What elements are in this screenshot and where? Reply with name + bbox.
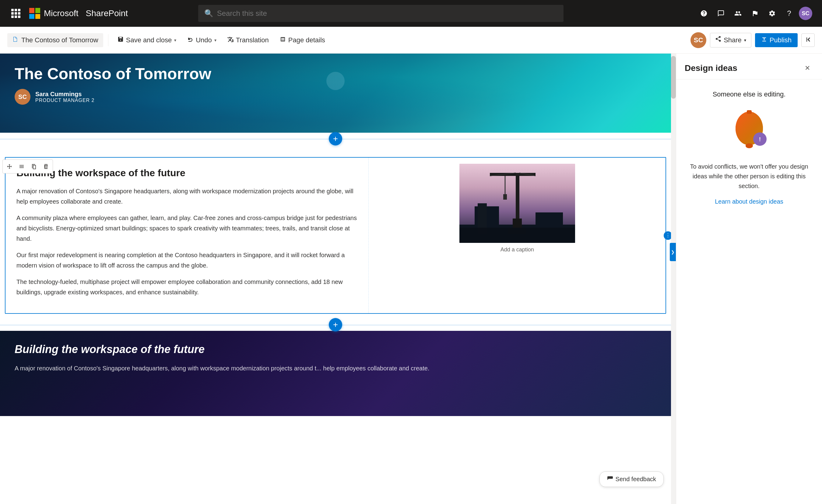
article-para-2: A community plaza where employees can ga… xyxy=(16,213,357,244)
save-icon xyxy=(117,36,124,44)
bell-illustration: ! xyxy=(725,106,774,154)
top-navigation: Microsoft SharePoint 🔍 ? SC xyxy=(0,0,822,27)
hero-author: SC Sara Cummings PRODUCT MANAGER 2 xyxy=(15,89,657,105)
collapse-icon xyxy=(805,36,811,44)
svg-rect-17 xyxy=(747,110,752,114)
share-chevron: ▾ xyxy=(744,38,746,43)
hero-content: The Contoso of Tomorrow SC Sara Cummings… xyxy=(0,54,671,116)
main-content-area: The Contoso of Tomorrow SC Sara Cummings… xyxy=(0,54,822,504)
nav-icon-group: ? SC xyxy=(697,6,812,21)
design-ideas-panel: Design ideas ✕ Someone else is editing. xyxy=(676,54,822,504)
microsoft-logo[interactable]: Microsoft xyxy=(29,8,78,19)
page-tab-label: The Contoso of Tomorrow xyxy=(21,36,98,44)
add-section-button-2[interactable]: + xyxy=(0,319,671,331)
page-details-label: Page details xyxy=(288,36,325,44)
article-heading: Building the workspace of the future xyxy=(16,167,357,179)
waffle-icon xyxy=(11,9,20,18)
adjust-section-button[interactable] xyxy=(16,161,27,172)
share-icon xyxy=(715,36,721,44)
question-icon: ? xyxy=(787,9,791,18)
help-question-button[interactable]: ? xyxy=(782,6,796,21)
dark-section: Building the workspace of the future A m… xyxy=(0,331,671,416)
delete-section-button[interactable] xyxy=(40,161,51,172)
move-section-button[interactable] xyxy=(4,161,15,172)
editing-notice: Someone else is editing. xyxy=(713,90,786,98)
image-column: Add a caption xyxy=(368,158,666,313)
author-avatar-toolbar: SC xyxy=(691,32,706,48)
author-avatar: SC xyxy=(15,89,30,105)
panel-header: Design ideas ✕ xyxy=(676,54,822,79)
add-circle-btn[interactable]: + xyxy=(329,132,342,145)
chat-icon-button[interactable] xyxy=(714,6,728,21)
add-section-button[interactable]: + xyxy=(0,133,671,145)
panel-close-button[interactable]: ✕ xyxy=(801,62,813,74)
article-para-3: Our first major redevelopment is nearing… xyxy=(16,250,357,271)
section-controls xyxy=(2,159,53,173)
people-icon-button[interactable] xyxy=(731,6,745,21)
sharepoint-text: SharePoint xyxy=(86,9,128,18)
translate-icon xyxy=(228,36,234,44)
microsoft-text: Microsoft xyxy=(44,9,78,18)
page-details-button[interactable]: Page details xyxy=(276,33,329,47)
search-bar[interactable]: 🔍 xyxy=(198,5,563,22)
user-avatar[interactable]: SC xyxy=(799,7,812,20)
panel-toggle-tab[interactable]: ❯ xyxy=(670,243,676,261)
avatar-initials: SC xyxy=(802,10,809,17)
publish-icon xyxy=(761,36,767,44)
plus-icon-2: + xyxy=(333,320,338,330)
save-close-label: Save and close xyxy=(126,36,172,44)
author-role: PRODUCT MANAGER 2 xyxy=(35,98,95,103)
author-name: Sara Cummings xyxy=(35,91,95,98)
flag-icon-button[interactable] xyxy=(748,6,762,21)
page-canvas[interactable]: The Contoso of Tomorrow SC Sara Cummings… xyxy=(0,54,671,504)
canvas-scrollbar[interactable] xyxy=(671,54,676,504)
svg-text:!: ! xyxy=(759,136,761,142)
help-icon-button[interactable] xyxy=(697,6,711,21)
search-input[interactable] xyxy=(217,9,557,18)
hero-section: The Contoso of Tomorrow SC Sara Cummings… xyxy=(0,54,671,133)
publish-button[interactable]: Publish xyxy=(755,33,798,47)
hero-title: The Contoso of Tomorrow xyxy=(15,64,657,83)
page-details-icon xyxy=(280,36,286,44)
bell-svg: ! xyxy=(728,106,771,154)
search-icon: 🔍 xyxy=(204,9,214,18)
image-caption[interactable]: Add a caption xyxy=(500,246,534,253)
content-section: ⋮ Building the workspace of the future A… xyxy=(0,157,671,314)
learn-ideas-link[interactable]: Learn about design ideas xyxy=(715,198,783,205)
svg-rect-6 xyxy=(503,194,507,200)
separator-1 xyxy=(108,34,108,46)
scrollbar-thumb[interactable] xyxy=(671,56,676,99)
toolbar-right-group: SC Share ▾ Publish xyxy=(691,32,815,48)
dark-section-text: A major renovation of Contoso's Singapor… xyxy=(15,363,657,374)
svg-rect-14 xyxy=(459,228,575,243)
add-circle-btn-2[interactable]: + xyxy=(329,318,342,332)
share-button[interactable]: Share ▾ xyxy=(710,33,751,47)
panel-toggle-icon: ❯ xyxy=(671,249,675,255)
main-inner: The Contoso of Tomorrow SC Sara Cummings… xyxy=(0,54,822,504)
feedback-icon xyxy=(607,475,613,483)
article-para-4: The technology-fueled, multiphase projec… xyxy=(16,277,357,297)
panel-title: Design ideas xyxy=(685,63,737,73)
page-icon xyxy=(12,36,18,44)
svg-point-18 xyxy=(746,143,753,148)
collapse-button[interactable] xyxy=(801,33,815,47)
save-close-button[interactable]: Save and close ▾ xyxy=(113,33,180,47)
undo-icon xyxy=(187,36,193,44)
translation-label: Translation xyxy=(236,36,269,44)
copy-section-button[interactable] xyxy=(28,161,39,172)
waffle-menu-button[interactable] xyxy=(10,7,22,19)
settings-icon-button[interactable] xyxy=(765,6,779,21)
undo-button[interactable]: Undo ▾ xyxy=(183,33,221,47)
feedback-label: Send feedback xyxy=(615,476,656,483)
page-tab[interactable]: The Contoso of Tomorrow xyxy=(7,33,103,47)
publish-label: Publish xyxy=(770,36,792,44)
translation-button[interactable]: Translation xyxy=(223,33,273,47)
send-feedback-button[interactable]: Send feedback xyxy=(599,471,664,487)
two-column-layout: ⋮ Building the workspace of the future A… xyxy=(5,157,666,314)
undo-chevron: ▾ xyxy=(214,38,217,43)
author-info: Sara Cummings PRODUCT MANAGER 2 xyxy=(35,91,95,103)
share-label: Share xyxy=(724,36,742,44)
save-close-chevron: ▾ xyxy=(174,38,176,43)
column-handle[interactable]: ⋮ xyxy=(664,231,671,240)
dark-section-heading: Building the workspace of the future xyxy=(15,343,657,356)
